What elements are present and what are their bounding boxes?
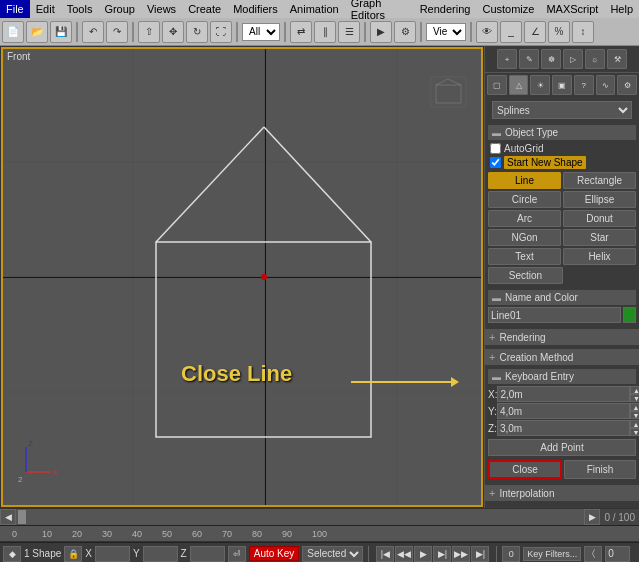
geometry-icon[interactable]: ▢ <box>487 75 507 95</box>
next-key-btn[interactable]: ▶▶ <box>452 546 470 562</box>
tl-next-btn[interactable]: ▶ <box>584 509 600 525</box>
redo-button[interactable]: ↷ <box>106 21 128 43</box>
menu-customize[interactable]: Customize <box>476 0 540 18</box>
view-select[interactable]: View <box>426 23 466 41</box>
key-filters-button[interactable]: Key Filters... <box>523 547 581 561</box>
cameras-icon[interactable]: ▣ <box>552 75 572 95</box>
canvas-area[interactable]: Close Line X Z 2 <box>1 47 483 507</box>
donut-button[interactable]: Donut <box>563 210 636 227</box>
play-btn[interactable]: ▶ <box>414 546 432 562</box>
autogrid-checkbox[interactable] <box>490 143 501 154</box>
timeline-slider[interactable] <box>18 510 26 524</box>
z-input[interactable] <box>497 420 630 436</box>
menu-help[interactable]: Help <box>604 0 639 18</box>
new-button[interactable]: 📄 <box>2 21 24 43</box>
render-setup-button[interactable]: ⚙ <box>394 21 416 43</box>
start-new-shape-checkbox[interactable] <box>490 157 501 168</box>
rotate-button[interactable]: ↻ <box>186 21 208 43</box>
create-key-icon[interactable]: ◆ <box>3 546 21 562</box>
add-point-button[interactable]: Add Point <box>488 439 636 456</box>
x-input[interactable] <box>497 386 630 402</box>
snap-toggle[interactable]: ⎯ <box>500 21 522 43</box>
named-sel-button[interactable]: 👁 <box>476 21 498 43</box>
angle-snap[interactable]: ∠ <box>524 21 546 43</box>
arc-button[interactable]: Arc <box>488 210 561 227</box>
section-button[interactable]: Section <box>488 267 563 284</box>
z-down-arrow[interactable]: ▼ <box>630 428 639 436</box>
menu-group[interactable]: Group <box>98 0 141 18</box>
rendering-header[interactable]: + Rendering <box>485 329 639 345</box>
scale-button[interactable]: ⛶ <box>210 21 232 43</box>
keyboard-entry-header[interactable]: ▬ Keyboard Entry <box>488 369 636 384</box>
align-button[interactable]: ∥ <box>314 21 336 43</box>
rectangle-button[interactable]: Rectangle <box>563 172 636 189</box>
mirror-button[interactable]: ⇄ <box>290 21 312 43</box>
y-up-arrow[interactable]: ▲ <box>630 403 639 411</box>
menu-file[interactable]: File <box>0 0 30 18</box>
menu-create[interactable]: Create <box>182 0 227 18</box>
undo-button[interactable]: ↶ <box>82 21 104 43</box>
x-coord-input[interactable] <box>95 546 130 562</box>
viewport[interactable]: Front <box>0 46 484 508</box>
open-button[interactable]: 📂 <box>26 21 48 43</box>
frame-display[interactable]: 0 <box>502 546 520 562</box>
spacewarps-icon[interactable]: ∿ <box>596 75 616 95</box>
frame-input[interactable] <box>605 546 630 562</box>
spinner-snap[interactable]: ↕ <box>572 21 594 43</box>
prev-key-btn[interactable]: ◀◀ <box>395 546 413 562</box>
y-input[interactable] <box>497 403 630 419</box>
lock-icon[interactable]: 🔒 <box>64 546 82 562</box>
shapes-icon[interactable]: △ <box>509 75 529 95</box>
x-up-arrow[interactable]: ▲ <box>630 386 639 394</box>
render-button[interactable]: ▶ <box>370 21 392 43</box>
helix-button[interactable]: Helix <box>563 248 636 265</box>
mini-curve-icon[interactable]: 〈 <box>584 546 602 562</box>
tl-prev-btn[interactable]: ◀ <box>0 509 16 525</box>
key-icon[interactable]: ⏎ <box>228 546 246 562</box>
name-input[interactable] <box>488 307 621 323</box>
x-down-arrow[interactable]: ▼ <box>630 394 639 402</box>
hierarchy-icon-btn[interactable]: ☸ <box>541 49 561 69</box>
modify-icon-btn[interactable]: ✎ <box>519 49 539 69</box>
menu-edit[interactable]: Edit <box>30 0 61 18</box>
lights-icon[interactable]: ☀ <box>530 75 550 95</box>
star-button[interactable]: Star <box>563 229 636 246</box>
object-type-header[interactable]: ▬ Object Type <box>488 125 636 140</box>
menu-graph-editors[interactable]: Graph Editors <box>345 0 414 18</box>
color-swatch[interactable] <box>623 307 636 323</box>
systems-icon[interactable]: ⚙ <box>617 75 637 95</box>
save-button[interactable]: 💾 <box>50 21 72 43</box>
motion-icon-btn[interactable]: ▷ <box>563 49 583 69</box>
helpers-icon[interactable]: ? <box>574 75 594 95</box>
z-up-arrow[interactable]: ▲ <box>630 420 639 428</box>
ellipse-button[interactable]: Ellipse <box>563 191 636 208</box>
create-icon-btn[interactable]: + <box>497 49 517 69</box>
line-button[interactable]: Line <box>488 172 561 189</box>
menu-maxscript[interactable]: MAXScript <box>540 0 604 18</box>
menu-rendering[interactable]: Rendering <box>414 0 477 18</box>
utilities-icon-btn[interactable]: ⚒ <box>607 49 627 69</box>
text-button[interactable]: Text <box>488 248 561 265</box>
y-down-arrow[interactable]: ▼ <box>630 411 639 419</box>
menu-animation[interactable]: Animation <box>284 0 345 18</box>
selection-dropdown[interactable]: Selected <box>302 546 363 562</box>
percent-snap[interactable]: % <box>548 21 570 43</box>
ngon-button[interactable]: NGon <box>488 229 561 246</box>
selection-filter[interactable]: All <box>242 23 280 41</box>
timeline-track[interactable] <box>16 509 584 525</box>
layer-button[interactable]: ☰ <box>338 21 360 43</box>
menu-modifiers[interactable]: Modifiers <box>227 0 284 18</box>
menu-views[interactable]: Views <box>141 0 182 18</box>
auto-key-button[interactable]: Auto Key <box>249 546 300 561</box>
interpolation-header[interactable]: + Interpolation <box>485 485 639 501</box>
finish-button[interactable]: Finish <box>564 460 636 479</box>
play-rev-btn[interactable]: ▶| <box>433 546 451 562</box>
z-coord-input[interactable] <box>190 546 225 562</box>
circle-button[interactable]: Circle <box>488 191 561 208</box>
close-button[interactable]: Close <box>488 460 562 479</box>
display-icon-btn[interactable]: ☼ <box>585 49 605 69</box>
category-dropdown[interactable]: Splines <box>492 101 632 119</box>
next-frame-btn[interactable]: ▶| <box>471 546 489 562</box>
select-button[interactable]: ⇧ <box>138 21 160 43</box>
menu-tools[interactable]: Tools <box>61 0 99 18</box>
